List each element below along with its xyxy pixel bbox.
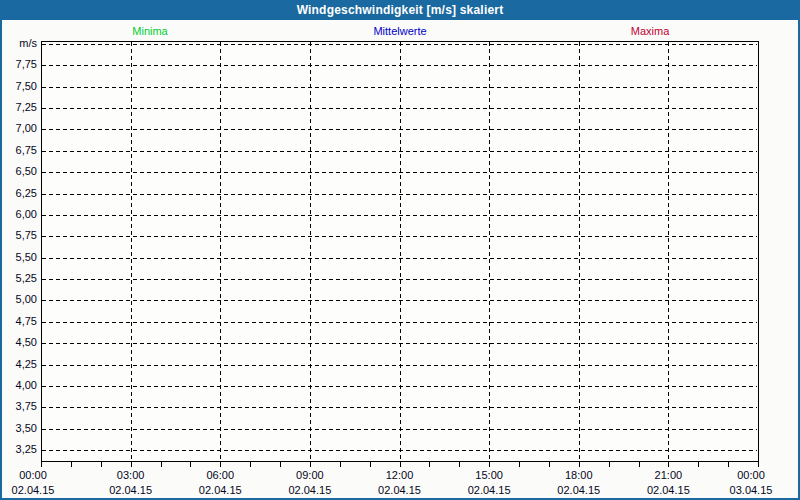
y-tick-label: 3,75 (0, 400, 37, 413)
x-tick-date-label: 02.04.15 (288, 484, 331, 497)
x-tick-time-label: 09:00 (296, 469, 324, 482)
x-axis-tick (41, 462, 42, 467)
x-axis-tick (220, 462, 221, 467)
y-tick-label: 4,00 (0, 379, 37, 392)
x-axis-tick (728, 462, 729, 467)
x-tick-time-label: 00:00 (19, 469, 47, 482)
x-axis-tick (549, 462, 550, 467)
x-tick-time-label: 00:00 (737, 469, 765, 482)
x-tick-date-label: 02.04.15 (468, 484, 511, 497)
x-axis-tick (579, 462, 580, 467)
x-tick-date-label: 02.04.15 (12, 484, 55, 497)
chart-window: Windgeschwindigkeit [m/s] skaliert Minim… (0, 0, 800, 500)
x-axis-tick (429, 462, 430, 467)
x-axis-tick (400, 462, 401, 467)
x-tick-date-label: 03.04.15 (730, 484, 773, 497)
x-axis-tick (250, 462, 251, 467)
y-tick-label: 5,75 (0, 229, 37, 242)
y-tick-label: 6,50 (0, 165, 37, 178)
v-gridline (220, 42, 221, 461)
x-axis-tick (609, 462, 610, 467)
x-axis-tick (340, 462, 341, 467)
x-tick-time-label: 03:00 (117, 469, 145, 482)
x-axis-tick (280, 462, 281, 467)
x-tick-time-label: 12:00 (386, 469, 414, 482)
legend-mittelwerte: Mittelwerte (373, 25, 426, 37)
x-axis-tick (190, 462, 191, 467)
v-gridline (489, 42, 490, 461)
x-axis-tick (310, 462, 311, 467)
x-axis-tick (459, 462, 460, 467)
y-tick-label: 5,50 (0, 251, 37, 264)
x-axis-tick (519, 462, 520, 467)
y-tick-label: 4,50 (0, 336, 37, 349)
x-tick-date-label: 02.04.15 (647, 484, 690, 497)
x-axis-tick (161, 462, 162, 467)
x-axis-tick (101, 462, 102, 467)
x-tick-date-label: 02.04.15 (557, 484, 600, 497)
plot-area (41, 41, 759, 462)
y-tick-label: 3,25 (0, 443, 37, 456)
chart-legend: MinimaMittelwerteMaxima (0, 25, 800, 38)
y-tick-label: 7,75 (0, 58, 37, 71)
x-axis-tick (370, 462, 371, 467)
y-tick-label: 5,25 (0, 272, 37, 285)
v-gridline (400, 42, 401, 461)
v-gridline (131, 42, 132, 461)
x-axis-tick (668, 462, 669, 467)
y-axis-unit-label: m/s (0, 37, 37, 50)
chart-title: Windgeschwindigkeit [m/s] skaliert (297, 3, 504, 17)
y-tick-label: 6,25 (0, 187, 37, 200)
y-tick-label: 4,25 (0, 358, 37, 371)
window-title-bar: Windgeschwindigkeit [m/s] skaliert (0, 0, 800, 20)
y-tick-label: 7,25 (0, 101, 37, 114)
legend-minima: Minima (132, 25, 167, 37)
y-tick-label: 3,50 (0, 422, 37, 435)
v-gridline (579, 42, 580, 461)
x-axis-tick (71, 462, 72, 467)
x-tick-time-label: 21:00 (655, 469, 683, 482)
x-axis-tick (698, 462, 699, 467)
x-tick-time-label: 06:00 (206, 469, 234, 482)
y-tick-label: 6,75 (0, 144, 37, 157)
x-tick-date-label: 02.04.15 (109, 484, 152, 497)
x-tick-time-label: 18:00 (565, 469, 593, 482)
x-axis-tick (758, 462, 759, 467)
x-axis-tick (489, 462, 490, 467)
y-tick-label: 7,50 (0, 80, 37, 93)
x-axis-tick (131, 462, 132, 467)
y-tick-label: 4,75 (0, 315, 37, 328)
v-gridline (668, 42, 669, 461)
x-tick-time-label: 15:00 (475, 469, 503, 482)
y-tick-label: 5,00 (0, 293, 37, 306)
legend-maxima: Maxima (631, 25, 670, 37)
y-tick-label: 6,00 (0, 208, 37, 221)
x-axis-tick (639, 462, 640, 467)
x-tick-date-label: 02.04.15 (199, 484, 242, 497)
v-gridline (310, 42, 311, 461)
y-tick-label: 7,00 (0, 122, 37, 135)
x-tick-date-label: 02.04.15 (378, 484, 421, 497)
